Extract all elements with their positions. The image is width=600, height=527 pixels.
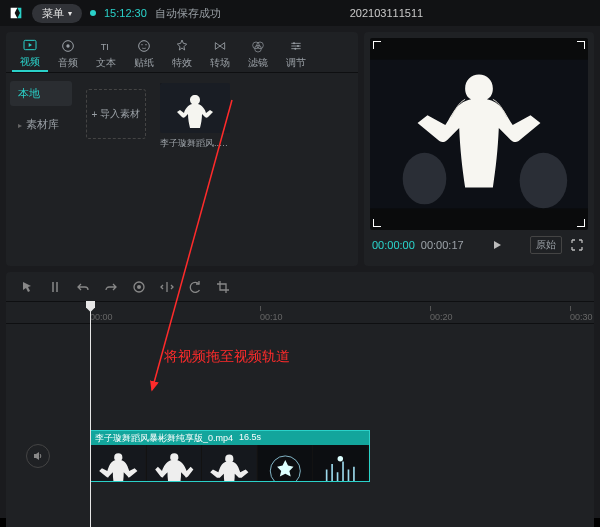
crop-handle-br[interactable] bbox=[577, 219, 585, 227]
clip-duration: 16.5s bbox=[239, 432, 261, 444]
timeline-video-clip[interactable]: 李子璇舞蹈风暴彬舞纯享版_0.mp4 16.5s bbox=[90, 430, 370, 482]
video-icon bbox=[22, 37, 38, 53]
tool-select[interactable] bbox=[14, 276, 40, 298]
redo-icon bbox=[104, 280, 118, 294]
tool-rotate[interactable] bbox=[182, 276, 208, 298]
svg-point-10 bbox=[293, 42, 295, 44]
preview-total-time: 00:00:17 bbox=[421, 239, 464, 251]
tab-transition[interactable]: 转场 bbox=[202, 36, 238, 72]
crop-handle-tl[interactable] bbox=[373, 41, 381, 49]
svg-point-5 bbox=[141, 44, 142, 45]
tab-video[interactable]: 视频 bbox=[12, 36, 48, 72]
project-name: 202103111511 bbox=[229, 7, 544, 19]
sidebar-item-local[interactable]: 本地 bbox=[10, 81, 72, 106]
transition-icon bbox=[212, 38, 228, 54]
svg-point-4 bbox=[139, 41, 150, 52]
svg-text:TI: TI bbox=[101, 42, 109, 52]
preview-current-time: 00:00:00 bbox=[372, 239, 415, 251]
menu-dropdown[interactable]: 菜单 ▾ bbox=[32, 4, 82, 23]
sticker-icon bbox=[136, 38, 152, 54]
tab-text[interactable]: TI 文本 bbox=[88, 36, 124, 72]
svg-point-2 bbox=[66, 44, 69, 47]
crop-icon bbox=[216, 280, 230, 294]
preview-viewport[interactable] bbox=[370, 38, 588, 230]
tool-split[interactable] bbox=[42, 276, 68, 298]
save-status: 自动保存成功 bbox=[155, 6, 221, 21]
clip-thumbnail-image bbox=[160, 83, 230, 133]
split-icon bbox=[48, 280, 62, 294]
svg-rect-24 bbox=[313, 445, 368, 482]
crop-handle-tr[interactable] bbox=[577, 41, 585, 49]
status-dot bbox=[90, 10, 96, 16]
play-button[interactable] bbox=[488, 236, 506, 254]
tab-filter[interactable]: 滤镜 bbox=[240, 36, 276, 72]
clip-name-label: 李子璇舞蹈风..._0.mp4 bbox=[160, 137, 230, 150]
svg-point-15 bbox=[403, 153, 447, 205]
undo-icon bbox=[76, 280, 90, 294]
svg-point-11 bbox=[297, 45, 299, 47]
filter-icon bbox=[250, 38, 266, 54]
media-clip[interactable]: 已添加 李子璇舞蹈风..._0.mp4 bbox=[160, 83, 230, 150]
adjust-icon bbox=[288, 38, 304, 54]
cursor-icon bbox=[20, 280, 34, 294]
tool-crop[interactable] bbox=[210, 276, 236, 298]
effect-icon bbox=[174, 38, 190, 54]
svg-point-18 bbox=[137, 285, 141, 289]
track-mute-button[interactable] bbox=[26, 444, 50, 468]
record-icon bbox=[132, 280, 146, 294]
tool-mirror[interactable] bbox=[154, 276, 180, 298]
annotation-text: 将视频拖至视频轨道 bbox=[164, 348, 290, 366]
crop-handle-bl[interactable] bbox=[373, 219, 381, 227]
fullscreen-button[interactable] bbox=[568, 236, 586, 254]
timeline-toolbar bbox=[6, 272, 594, 302]
svg-point-12 bbox=[294, 48, 296, 50]
tab-audio[interactable]: 音频 bbox=[50, 36, 86, 72]
aspect-original-button[interactable]: 原始 bbox=[530, 236, 562, 254]
sidebar-item-library[interactable]: ▸素材库 bbox=[10, 112, 72, 137]
svg-point-16 bbox=[520, 153, 568, 208]
play-icon bbox=[491, 239, 503, 251]
text-icon: TI bbox=[98, 38, 114, 54]
mirror-icon bbox=[160, 280, 174, 294]
tab-adjust[interactable]: 调节 bbox=[278, 36, 314, 72]
clip-title: 李子璇舞蹈风暴彬舞纯享版_0.mp4 bbox=[95, 432, 233, 444]
svg-point-6 bbox=[145, 44, 146, 45]
fullscreen-icon bbox=[571, 239, 583, 251]
import-media-button[interactable]: + 导入素材 bbox=[86, 89, 146, 139]
playhead[interactable] bbox=[90, 302, 91, 527]
header-time: 15:12:30 bbox=[104, 7, 147, 19]
clip-thumbnails bbox=[91, 445, 369, 482]
tool-redo[interactable] bbox=[98, 276, 124, 298]
tab-effect[interactable]: 特效 bbox=[164, 36, 200, 72]
svg-point-25 bbox=[338, 456, 343, 461]
rotate-icon bbox=[188, 280, 202, 294]
preview-image bbox=[370, 38, 588, 230]
speaker-icon bbox=[32, 450, 44, 462]
tool-record[interactable] bbox=[126, 276, 152, 298]
app-logo bbox=[8, 5, 24, 21]
tool-undo[interactable] bbox=[70, 276, 96, 298]
audio-icon bbox=[60, 38, 76, 54]
plus-icon: + bbox=[92, 109, 98, 120]
category-tabs: 视频 音频 TI 文本 贴纸 特效 bbox=[6, 32, 358, 73]
tab-sticker[interactable]: 贴纸 bbox=[126, 36, 162, 72]
